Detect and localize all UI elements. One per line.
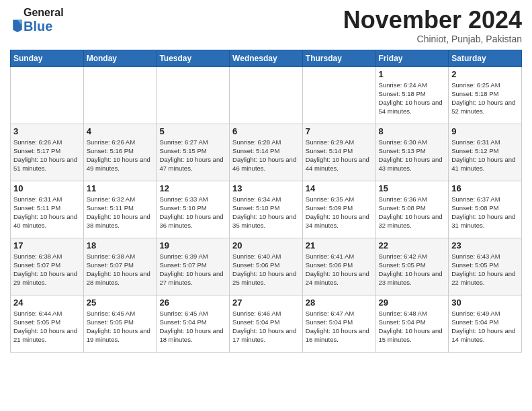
- day-info: Sunrise: 6:37 AM Sunset: 5:08 PM Dayligh…: [451, 195, 519, 230]
- calendar-cell: 27Sunrise: 6:46 AM Sunset: 5:04 PM Dayli…: [230, 295, 303, 352]
- calendar-header: Sunday Monday Tuesday Wednesday Thursday…: [11, 50, 522, 66]
- calendar-cell: 7Sunrise: 6:29 AM Sunset: 5:14 PM Daylig…: [302, 124, 375, 181]
- calendar-week-5: 24Sunrise: 6:44 AM Sunset: 5:05 PM Dayli…: [11, 295, 522, 352]
- calendar-cell: 6Sunrise: 6:28 AM Sunset: 5:14 PM Daylig…: [230, 124, 303, 181]
- logo-text: General Blue: [24, 7, 64, 34]
- col-sunday: Sunday: [11, 50, 84, 66]
- logo-general: General: [24, 7, 64, 19]
- calendar-cell: 25Sunrise: 6:45 AM Sunset: 5:05 PM Dayli…: [83, 295, 157, 352]
- calendar-cell: 29Sunrise: 6:48 AM Sunset: 5:04 PM Dayli…: [375, 295, 449, 352]
- calendar-cell: [11, 66, 84, 124]
- day-info: Sunrise: 6:26 AM Sunset: 5:16 PM Dayligh…: [87, 138, 154, 173]
- calendar-cell: 30Sunrise: 6:49 AM Sunset: 5:04 PM Dayli…: [449, 295, 522, 352]
- calendar-cell: 18Sunrise: 6:38 AM Sunset: 5:07 PM Dayli…: [83, 238, 157, 295]
- day-number: 16: [451, 183, 519, 193]
- calendar-cell: 19Sunrise: 6:39 AM Sunset: 5:07 PM Dayli…: [157, 238, 230, 295]
- day-number: 7: [306, 126, 373, 136]
- calendar-cell: 8Sunrise: 6:30 AM Sunset: 5:13 PM Daylig…: [375, 124, 449, 181]
- calendar-week-4: 17Sunrise: 6:38 AM Sunset: 5:07 PM Dayli…: [11, 238, 522, 295]
- day-info: Sunrise: 6:45 AM Sunset: 5:04 PM Dayligh…: [159, 309, 226, 345]
- day-info: Sunrise: 6:38 AM Sunset: 5:07 PM Dayligh…: [13, 252, 81, 287]
- day-info: Sunrise: 6:43 AM Sunset: 5:05 PM Dayligh…: [451, 252, 519, 287]
- day-number: 13: [232, 183, 300, 193]
- day-number: 3: [13, 126, 81, 136]
- day-number: 15: [379, 183, 446, 193]
- col-friday: Friday: [375, 50, 449, 66]
- day-number: 5: [159, 126, 226, 136]
- calendar-cell: 22Sunrise: 6:42 AM Sunset: 5:05 PM Dayli…: [375, 238, 449, 295]
- day-number: 10: [13, 183, 81, 193]
- calendar-cell: 23Sunrise: 6:43 AM Sunset: 5:05 PM Dayli…: [449, 238, 522, 295]
- day-info: Sunrise: 6:44 AM Sunset: 5:05 PM Dayligh…: [13, 309, 81, 345]
- logo-blue: Blue: [24, 19, 64, 34]
- day-info: Sunrise: 6:27 AM Sunset: 5:15 PM Dayligh…: [159, 138, 226, 173]
- calendar-cell: 4Sunrise: 6:26 AM Sunset: 5:16 PM Daylig…: [83, 124, 157, 181]
- day-number: 18: [87, 240, 154, 250]
- day-info: Sunrise: 6:45 AM Sunset: 5:05 PM Dayligh…: [87, 309, 154, 345]
- day-number: 11: [87, 183, 154, 193]
- calendar-cell: 11Sunrise: 6:32 AM Sunset: 5:11 PM Dayli…: [83, 181, 157, 238]
- calendar-cell: 16Sunrise: 6:37 AM Sunset: 5:08 PM Dayli…: [449, 181, 522, 238]
- day-info: Sunrise: 6:31 AM Sunset: 5:11 PM Dayligh…: [13, 195, 81, 230]
- day-number: 9: [451, 126, 519, 136]
- day-info: Sunrise: 6:31 AM Sunset: 5:12 PM Dayligh…: [451, 138, 519, 173]
- calendar-cell: 24Sunrise: 6:44 AM Sunset: 5:05 PM Dayli…: [11, 295, 84, 352]
- day-number: 26: [159, 298, 226, 308]
- col-tuesday: Tuesday: [157, 50, 230, 66]
- day-number: 29: [379, 298, 446, 308]
- day-info: Sunrise: 6:30 AM Sunset: 5:13 PM Dayligh…: [379, 138, 446, 173]
- day-number: 6: [232, 126, 300, 136]
- day-number: 8: [379, 126, 446, 136]
- day-info: Sunrise: 6:38 AM Sunset: 5:07 PM Dayligh…: [87, 252, 154, 287]
- calendar-body: 1Sunrise: 6:24 AM Sunset: 5:18 PM Daylig…: [11, 66, 522, 352]
- day-info: Sunrise: 6:32 AM Sunset: 5:11 PM Dayligh…: [87, 195, 154, 230]
- day-info: Sunrise: 6:29 AM Sunset: 5:14 PM Dayligh…: [306, 138, 373, 173]
- day-number: 23: [451, 240, 519, 250]
- day-info: Sunrise: 6:24 AM Sunset: 5:18 PM Dayligh…: [379, 81, 446, 116]
- calendar-week-3: 10Sunrise: 6:31 AM Sunset: 5:11 PM Dayli…: [11, 181, 522, 238]
- calendar-cell: 20Sunrise: 6:40 AM Sunset: 5:06 PM Dayli…: [230, 238, 303, 295]
- calendar-cell: 17Sunrise: 6:38 AM Sunset: 5:07 PM Dayli…: [11, 238, 84, 295]
- col-thursday: Thursday: [302, 50, 375, 66]
- calendar-cell: [230, 66, 303, 124]
- calendar-cell: 5Sunrise: 6:27 AM Sunset: 5:15 PM Daylig…: [157, 124, 230, 181]
- day-number: 12: [159, 183, 226, 193]
- weekday-row: Sunday Monday Tuesday Wednesday Thursday…: [11, 50, 522, 66]
- calendar-cell: [157, 66, 230, 124]
- calendar-week-1: 1Sunrise: 6:24 AM Sunset: 5:18 PM Daylig…: [11, 66, 522, 124]
- calendar-cell: 10Sunrise: 6:31 AM Sunset: 5:11 PM Dayli…: [11, 181, 84, 238]
- day-number: 24: [13, 298, 81, 308]
- calendar-cell: 12Sunrise: 6:33 AM Sunset: 5:10 PM Dayli…: [157, 181, 230, 238]
- day-number: 2: [451, 69, 519, 79]
- header: General Blue November 2024 Chiniot, Punj…: [10, 7, 522, 44]
- day-info: Sunrise: 6:49 AM Sunset: 5:04 PM Dayligh…: [451, 309, 519, 345]
- logo-icon: [11, 17, 24, 32]
- location-subtitle: Chiniot, Punjab, Pakistan: [343, 34, 522, 44]
- day-info: Sunrise: 6:39 AM Sunset: 5:07 PM Dayligh…: [159, 252, 226, 287]
- day-info: Sunrise: 6:35 AM Sunset: 5:09 PM Dayligh…: [306, 195, 373, 230]
- calendar-cell: 3Sunrise: 6:26 AM Sunset: 5:17 PM Daylig…: [11, 124, 84, 181]
- calendar-cell: 14Sunrise: 6:35 AM Sunset: 5:09 PM Dayli…: [302, 181, 375, 238]
- day-number: 28: [306, 298, 373, 308]
- day-number: 27: [232, 298, 300, 308]
- day-info: Sunrise: 6:42 AM Sunset: 5:05 PM Dayligh…: [379, 252, 446, 287]
- calendar-week-2: 3Sunrise: 6:26 AM Sunset: 5:17 PM Daylig…: [11, 124, 522, 181]
- calendar-cell: 28Sunrise: 6:47 AM Sunset: 5:04 PM Dayli…: [302, 295, 375, 352]
- calendar-table: Sunday Monday Tuesday Wednesday Thursday…: [10, 50, 522, 353]
- calendar-cell: 2Sunrise: 6:25 AM Sunset: 5:18 PM Daylig…: [449, 66, 522, 124]
- day-number: 25: [87, 298, 154, 308]
- day-number: 1: [379, 69, 446, 79]
- logo: General Blue: [10, 7, 64, 34]
- day-info: Sunrise: 6:34 AM Sunset: 5:10 PM Dayligh…: [232, 195, 300, 230]
- day-number: 19: [159, 240, 226, 250]
- day-info: Sunrise: 6:36 AM Sunset: 5:08 PM Dayligh…: [379, 195, 446, 230]
- day-info: Sunrise: 6:25 AM Sunset: 5:18 PM Dayligh…: [451, 81, 519, 116]
- day-info: Sunrise: 6:47 AM Sunset: 5:04 PM Dayligh…: [306, 309, 373, 345]
- day-number: 20: [232, 240, 300, 250]
- day-info: Sunrise: 6:40 AM Sunset: 5:06 PM Dayligh…: [232, 252, 300, 287]
- col-saturday: Saturday: [449, 50, 522, 66]
- day-info: Sunrise: 6:46 AM Sunset: 5:04 PM Dayligh…: [232, 309, 300, 345]
- day-info: Sunrise: 6:26 AM Sunset: 5:17 PM Dayligh…: [13, 138, 81, 173]
- page: General Blue November 2024 Chiniot, Punj…: [0, 0, 532, 411]
- month-title: November 2024: [343, 7, 522, 34]
